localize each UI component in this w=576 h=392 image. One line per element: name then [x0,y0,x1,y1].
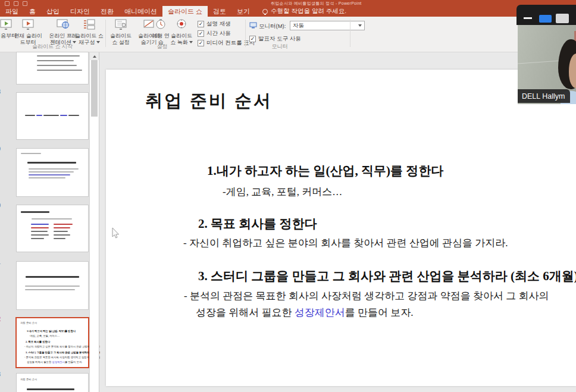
tab-review[interactable]: 검토 [208,6,231,17]
from-current-slide-button[interactable]: 현재 슬라이드부터 [12,18,44,46]
slide-number-selected: 2 [0,315,5,322]
monitor-icon [249,22,257,30]
checkbox-label: 발표자 도구 사용 [258,35,301,43]
sub-text: 성장을 위해서 필요한 [196,307,295,318]
set-up-slide-show-button[interactable]: 슬라이드 쇼 설정 [107,18,134,46]
group-label-monitors: 모니터 [247,43,312,51]
slide-thumbnail-7-partial[interactable] [17,52,88,84]
checkbox-label: 설명 재생 [206,20,231,28]
slide-thumbnail-panel: 8 9 0 [0,52,89,392]
title-bar: 취업순서와 예비졸업생들의 정석 - PowerPoint [0,0,576,6]
use-presenter-view-checkbox[interactable]: ✓ 발표자 도구 사용 [249,35,301,43]
tab-slide-show[interactable]: 슬라이드 쇼 [162,6,208,17]
slide-thumbnail-9[interactable] [17,149,88,196]
checkbox-label: 시간 사용 [206,30,231,37]
slide-thumbnail-13[interactable]: 취업 준비 순서 [17,374,88,392]
scroll-up-arrow-icon[interactable] [90,52,99,60]
slide-item-2-heading[interactable]: 2. 목표 회사를 정한다 [198,215,317,232]
current-slide-canvas[interactable]: 취업 준비 순서 1.내가 하고자 하는 일(산업, 직무)를 정한다 -게임,… [106,70,576,386]
slide-item-2-sub[interactable]: - 자신이 취업하고 싶은 분야의 회사를 찾아서 관련 산업에 관심을 가지라… [183,236,508,250]
webcam-blue-button-icon[interactable] [539,15,552,23]
mini-slide-title: 취업 준비 순서 [20,378,37,381]
tab-design[interactable]: 디자인 [65,6,95,17]
slide-thumbnail-11[interactable] [17,262,88,309]
custom-show-icon [74,18,105,32]
checkbox-checked-icon: ✓ [249,36,256,42]
slide-item-3-sub-line2[interactable]: 성장을 위해서 필요한 성장제안서를 만들어 보자. [196,306,414,319]
minimize-icon[interactable] [524,17,532,19]
ribbon-tab-row: 파일 홈 삽입 디자인 전환 애니메이션 슬라이드 쇼 검토 보기 수행할 작업… [0,6,576,17]
tab-transitions[interactable]: 전환 [95,6,119,17]
checkbox-checked-icon: ✓ [198,21,204,27]
custom-slide-show-button[interactable]: 슬라이드 쇼 재구성 [74,18,105,46]
thumbnail-scrollbar[interactable] [89,52,99,392]
webcam-gray-button-icon[interactable] [556,14,569,23]
tab-home[interactable]: 홈 [24,6,41,17]
scrollbar-thumb[interactable] [91,60,98,117]
record-icon [168,18,195,32]
slide-item-3-heading[interactable]: 3. 스터디 그룹을 만들고 그 회사와 관련 산업을 분석하라 (최소 6개월… [198,268,576,284]
mouse-cursor-icon [112,228,121,242]
tell-me-box[interactable]: 수행할 작업을 알려 주세요. [255,6,346,17]
monitor-select[interactable]: 자동 [290,21,365,30]
slide-item-1-heading[interactable]: 1.내가 하고자 하는 일(산업, 직무)를 정한다 [207,162,443,179]
group-separator [350,20,350,47]
undo-icon[interactable] [14,1,18,6]
slide-thumbnail-10[interactable] [17,205,88,252]
group-label-set-up: 설정 [107,43,217,51]
slide-thumbnail-8[interactable] [17,93,88,139]
slide-thumbnail-12-selected[interactable]: 취업 준비 순서 1.내가 하고자 하는 일(산업, 직무)를 정한다 -게임,… [17,318,88,367]
play-from-current-icon [12,18,44,32]
powerpoint-window: 취업순서와 예비졸업생들의 정석 - PowerPoint 파일 홈 삽입 디자… [0,0,576,392]
save-icon[interactable] [5,1,10,6]
tab-view[interactable]: 보기 [231,6,255,17]
slide-number: 1 [0,258,5,265]
slide-number: 3 [0,371,5,378]
tab-file[interactable]: 파일 [0,6,24,17]
redo-icon[interactable] [23,1,27,6]
setup-show-icon [107,18,134,32]
tab-insert[interactable]: 삽입 [41,6,65,17]
wall-line [518,60,563,64]
monitor-dropdown-label: 모니터(M): [259,23,286,30]
slide-item-1-sub[interactable]: -게임, 교육, 포털, 커머스… [223,185,342,199]
checkbox-checked-icon: ✓ [198,30,204,37]
participant-name-badge: DELL Hallym [518,89,570,103]
slide-number: 0 [0,202,5,209]
group-label-start-slide-show: 슬라이드 쇼 시작 [0,43,105,51]
slide-item-3-sub-line1[interactable]: - 분석의 관점은 목표한 회사의 사장처럼 생각하고 강점과 약점을 찾아서 … [184,289,549,303]
mini-slide-title: 취업 준비 순서 [20,321,37,325]
group-separator [245,20,246,47]
monitor-select-value: 자동 [293,22,304,30]
group-separator [105,20,106,47]
slide-number: 9 [0,145,5,152]
dropdown-caret-icon [358,24,362,27]
lightbulb-icon [262,9,268,14]
tell-me-label: 수행할 작업을 알려 주세요. [271,7,346,15]
hyperlink-text[interactable]: 성장제안서 [295,307,345,318]
webcam-overlay-window[interactable]: DELL Hallym [516,5,576,104]
tab-animations[interactable]: 애니메이션 [119,6,162,17]
webcam-video-feed: DELL Hallym [518,25,576,104]
record-slide-show-button[interactable]: 슬라이드 쇼 녹화 [168,18,195,46]
quick-access-toolbar [5,1,27,6]
ribbon: 처음부터 현재 슬라이드부터 온라인 프레젠테이션 슬라이드 쇼 재구성 슬라이… [0,17,576,52]
use-timings-checkbox[interactable]: ✓ 시간 사용 [198,30,231,37]
play-narrations-checkbox[interactable]: ✓ 설명 재생 [198,20,231,28]
webcam-control-bar [516,5,576,25]
slide-title[interactable]: 취업 준비 순서 [145,89,273,113]
slide-number: 8 [0,88,5,95]
sub-text: 를 만들어 보자. [345,307,414,318]
